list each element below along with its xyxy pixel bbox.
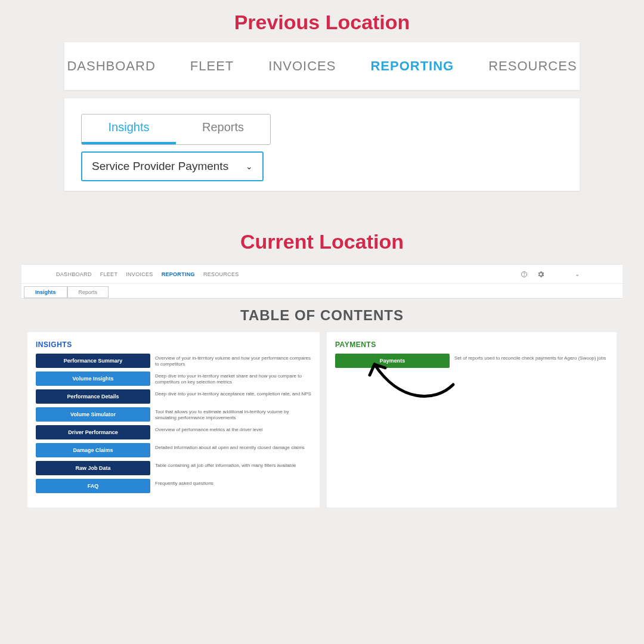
insights-item: Performance SummaryOverview of your in-t… (36, 354, 311, 368)
insights-item: Performance DetailsDeep dive into your i… (36, 389, 311, 404)
nav-reporting[interactable]: REPORTING (370, 58, 454, 74)
chevron-down-icon[interactable]: ⌄ (575, 271, 580, 277)
insights-button[interactable]: Volume Simulator (36, 407, 150, 422)
insights-button[interactable]: Damage Claims (36, 443, 150, 457)
nav2-resources[interactable]: RESOURCES (203, 271, 239, 277)
insights-item: Driver PerformanceOverview of performanc… (36, 425, 311, 439)
insights-button[interactable]: Driver Performance (36, 425, 150, 439)
insights-heading: INSIGHTS (36, 340, 311, 349)
insights-item: Volume SimulatorTool that allows you to … (36, 407, 311, 422)
payments-heading: PAYMENTS (335, 340, 608, 349)
insights-desc: Tool that allows you to estimate additio… (155, 407, 311, 422)
nav2-invoices[interactable]: INVOICES (126, 271, 153, 277)
previous-nav-bar: DASHBOARD FLEET INVOICES REPORTING RESOU… (64, 42, 580, 90)
content-area: TABLE OF CONTENTS INSIGHTS Performance S… (21, 299, 623, 644)
insights-desc: Deep dive into your in-territory accepta… (155, 389, 311, 397)
payments-desc: Set of reports used to reconcile check p… (454, 354, 608, 361)
previous-subpanel: Insights Reports Service Provider Paymen… (64, 98, 580, 191)
previous-location-title: Previous Location (0, 11, 644, 34)
insights-desc: Overview of your in-territory volume and… (155, 354, 311, 368)
current-app-shell: DASHBOARD FLEET INVOICES REPORTING RESOU… (21, 264, 623, 644)
insights-item: Volume InsightsDeep dive into your in-te… (36, 371, 311, 386)
nav2-reporting[interactable]: REPORTING (162, 271, 195, 277)
nav2-fleet[interactable]: FLEET (100, 271, 118, 277)
nav-fleet[interactable]: FLEET (190, 58, 234, 74)
insights-button[interactable]: Volume Insights (36, 371, 150, 386)
insights-button[interactable]: Performance Details (36, 389, 150, 404)
tab-insights[interactable]: Insights (82, 114, 176, 144)
insights-button[interactable]: FAQ (36, 479, 150, 493)
nav2-dashboard[interactable]: DASHBOARD (56, 271, 92, 277)
insights-item: Raw Job DataTable containing all job off… (36, 461, 311, 475)
insights-button[interactable]: Performance Summary (36, 354, 150, 368)
insights-desc: Table containing all job offer informati… (155, 461, 311, 469)
help-icon[interactable] (520, 270, 528, 278)
svg-point-1 (524, 275, 525, 276)
insights-desc: Frequently asked questions (155, 479, 311, 487)
tab-reports[interactable]: Reports (176, 114, 270, 144)
previous-subtabs: Insights Reports (81, 114, 271, 145)
nav-resources[interactable]: RESOURCES (488, 58, 577, 74)
arrow-annotation-icon (364, 355, 459, 408)
report-select[interactable]: Service Provider Payments ⌄ (81, 151, 264, 181)
insights-button[interactable]: Raw Job Data (36, 461, 150, 475)
current-subtabs: Insights Reports (21, 283, 623, 299)
nav-invoices[interactable]: INVOICES (268, 58, 336, 74)
tab2-insights[interactable]: Insights (24, 286, 67, 298)
payments-card: PAYMENTS Payments Set of reports used to… (327, 332, 617, 507)
chevron-down-icon: ⌄ (246, 162, 253, 171)
insights-item: Damage ClaimsDetailed information about … (36, 443, 311, 457)
nav-dashboard[interactable]: DASHBOARD (67, 58, 155, 74)
insights-desc: Deep dive into your in-territory market … (155, 371, 311, 386)
current-location-title: Current Location (0, 230, 644, 253)
report-select-value: Service Provider Payments (92, 160, 228, 173)
insights-desc: Overview of performance metrics at the d… (155, 425, 311, 433)
insights-item: FAQFrequently asked questions (36, 479, 311, 493)
insights-card: INSIGHTS Performance SummaryOverview of … (27, 332, 320, 507)
gear-icon[interactable] (537, 270, 545, 278)
insights-desc: Detailed information about all open and … (155, 443, 311, 451)
tab2-reports[interactable]: Reports (67, 286, 109, 298)
toc-title: TABLE OF CONTENTS (21, 307, 623, 324)
current-nav-bar: DASHBOARD FLEET INVOICES REPORTING RESOU… (21, 264, 623, 283)
